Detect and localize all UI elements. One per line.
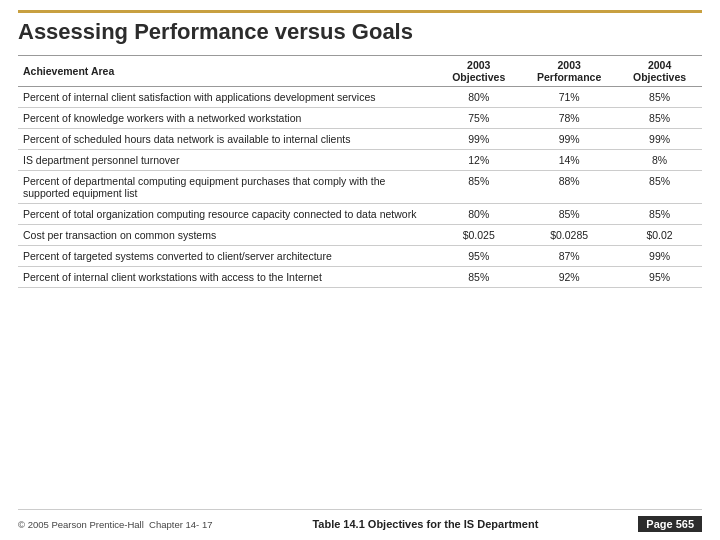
cell-perf2003: 85% (521, 204, 617, 225)
cell-perf2003: 99% (521, 129, 617, 150)
cell-area: Percent of scheduled hours data network … (18, 129, 436, 150)
cell-obj2003: 12% (436, 150, 521, 171)
table-row: Percent of total organization computing … (18, 204, 702, 225)
cell-perf2003: $0.0285 (521, 225, 617, 246)
table-row: Percent of scheduled hours data network … (18, 129, 702, 150)
cell-area: Percent of knowledge workers with a netw… (18, 108, 436, 129)
cell-obj2003: 95% (436, 246, 521, 267)
performance-table: Achievement Area 2003 Objectives 2003 Pe… (18, 55, 702, 288)
cell-obj2003: 99% (436, 129, 521, 150)
cell-area: Percent of total organization computing … (18, 204, 436, 225)
table-row: Percent of internal client satisfaction … (18, 87, 702, 108)
top-decorative-line (18, 10, 702, 13)
cell-perf2003: 78% (521, 108, 617, 129)
cell-obj2003: 75% (436, 108, 521, 129)
cell-obj2003: 85% (436, 171, 521, 204)
cell-obj2003: $0.025 (436, 225, 521, 246)
cell-obj2004: 95% (617, 267, 702, 288)
cell-obj2004: 8% (617, 150, 702, 171)
footer: © 2005 Pearson Prentice-Hall Chapter 14-… (18, 509, 702, 532)
cell-perf2003: 92% (521, 267, 617, 288)
footer-page: Page 565 (638, 516, 702, 532)
table-row: Percent of departmental computing equipm… (18, 171, 702, 204)
cell-obj2004: 85% (617, 171, 702, 204)
cell-area: Percent of targeted systems converted to… (18, 246, 436, 267)
footer-copyright: © 2005 Pearson Prentice-Hall Chapter 14-… (18, 519, 212, 530)
table-row: Percent of targeted systems converted to… (18, 246, 702, 267)
table-row: Percent of internal client workstations … (18, 267, 702, 288)
col-header-obj2003: 2003 Objectives (436, 56, 521, 87)
cell-area: IS department personnel turnover (18, 150, 436, 171)
cell-obj2004: 85% (617, 204, 702, 225)
cell-area: Percent of internal client satisfaction … (18, 87, 436, 108)
cell-obj2003: 80% (436, 87, 521, 108)
col-header-obj2004: 2004 Objectives (617, 56, 702, 87)
cell-obj2004: 99% (617, 246, 702, 267)
cell-obj2004: 85% (617, 108, 702, 129)
table-row: Percent of knowledge workers with a netw… (18, 108, 702, 129)
table-header-row: Achievement Area 2003 Objectives 2003 Pe… (18, 56, 702, 87)
table-row: IS department personnel turnover12%14%8% (18, 150, 702, 171)
cell-perf2003: 87% (521, 246, 617, 267)
cell-obj2004: 85% (617, 87, 702, 108)
footer-caption: Table 14.1 Objectives for the IS Departm… (222, 518, 628, 530)
cell-obj2004: 99% (617, 129, 702, 150)
cell-obj2004: $0.02 (617, 225, 702, 246)
page-title: Assessing Performance versus Goals (18, 19, 702, 45)
table-row: Cost per transaction on common systems$0… (18, 225, 702, 246)
page: Assessing Performance versus Goals Achie… (0, 0, 720, 540)
cell-area: Cost per transaction on common systems (18, 225, 436, 246)
col-header-area: Achievement Area (18, 56, 436, 87)
cell-obj2003: 85% (436, 267, 521, 288)
cell-area: Percent of internal client workstations … (18, 267, 436, 288)
cell-perf2003: 14% (521, 150, 617, 171)
cell-obj2003: 80% (436, 204, 521, 225)
cell-area: Percent of departmental computing equipm… (18, 171, 436, 204)
col-header-perf2003: 2003 Performance (521, 56, 617, 87)
cell-perf2003: 71% (521, 87, 617, 108)
cell-perf2003: 88% (521, 171, 617, 204)
